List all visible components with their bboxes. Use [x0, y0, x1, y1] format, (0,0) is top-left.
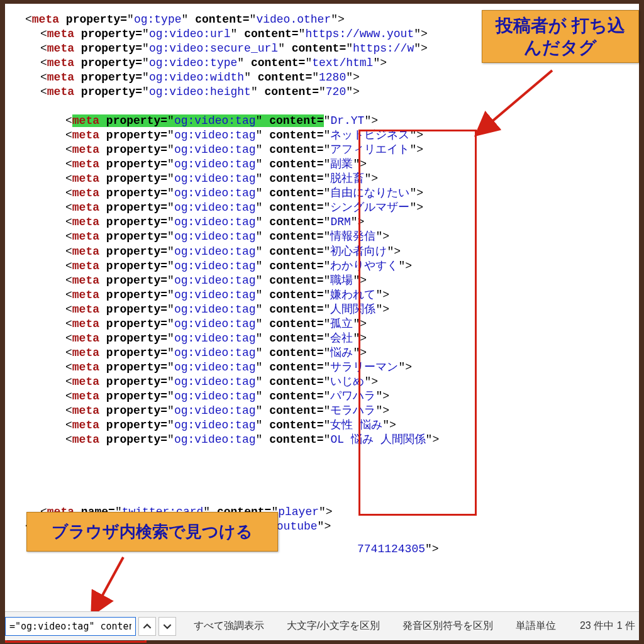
find-count: 23 件中 1 件: [580, 619, 635, 632]
chevron-down-icon: [163, 622, 172, 631]
find-next-button[interactable]: [158, 617, 176, 636]
find-bar: すべて強調表示 大文字/小文字を区別 発音区別符号を区別 単語単位 23 件中 …: [5, 611, 639, 640]
app-frame: <meta property="og:type" content="video.…: [5, 4, 639, 640]
find-opt-diacritics[interactable]: 発音区別符号を区別: [402, 619, 493, 632]
annotation-bottom: ブラウザ内検索で見つける: [26, 512, 278, 552]
partial-id-text: 7741124305">: [357, 542, 439, 557]
find-opt-whole-word[interactable]: 単語単位: [516, 619, 556, 632]
annotation-top: 投稿者が 打ち込んだタグ: [482, 10, 639, 63]
find-opt-match-case[interactable]: 大文字/小文字を区別: [287, 619, 380, 632]
chevron-up-icon: [143, 622, 152, 631]
find-prev-button[interactable]: [138, 617, 156, 636]
find-input[interactable]: [5, 617, 136, 636]
find-opt-highlight-all[interactable]: すべて強調表示: [194, 619, 264, 632]
